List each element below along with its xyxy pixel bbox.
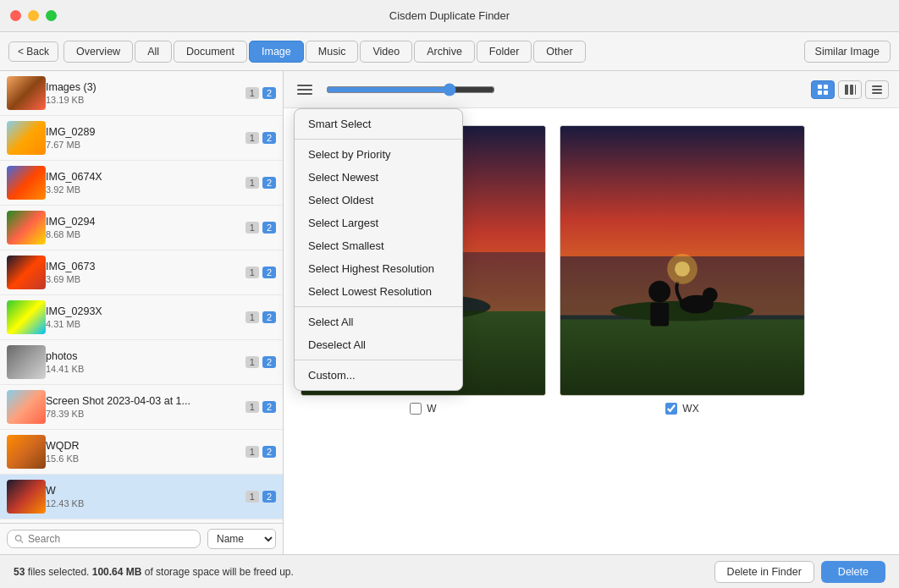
search-icon (14, 534, 24, 544)
svg-rect-10 (872, 89, 882, 91)
close-button[interactable] (10, 10, 21, 21)
sidebar-item-name: IMG_0294 (46, 216, 245, 228)
thumbnail (7, 435, 46, 469)
tab-music[interactable]: Music (306, 41, 359, 63)
tab-folder[interactable]: Folder (477, 41, 532, 63)
list-icon (871, 84, 883, 96)
sidebar-item-info: WQDR 15.6 KB (46, 440, 245, 464)
sidebar-item-counts: 1 2 (245, 356, 276, 368)
back-button[interactable]: < Back (8, 41, 58, 62)
tab-overview[interactable]: Overview (63, 41, 133, 63)
count-badge-2: 2 (262, 267, 276, 278)
image-frame-wx (560, 125, 805, 396)
svg-rect-7 (850, 85, 853, 95)
sidebar-item-counts: 1 2 (245, 491, 276, 503)
menu-item-smart-select[interactable]: Smart Select (295, 113, 462, 135)
count-badge-2: 2 (262, 87, 276, 99)
svg-rect-4 (818, 91, 822, 95)
tab-all[interactable]: All (135, 41, 172, 63)
delete-in-finder-button[interactable]: Delete in Finder (714, 561, 814, 583)
count-badge-1: 1 (245, 132, 259, 144)
svg-rect-23 (560, 316, 804, 395)
tab-video[interactable]: Video (360, 41, 412, 63)
image-name-wx: WX (682, 403, 698, 415)
list-view-button[interactable] (865, 80, 889, 99)
menu-item-select-smallest[interactable]: Select Smallest (295, 234, 462, 257)
menu-item-select-highest-res[interactable]: Select Highest Resolution (295, 257, 462, 280)
sort-select[interactable]: Name (207, 529, 276, 549)
search-box[interactable] (7, 530, 201, 548)
count-badge-2: 2 (262, 446, 276, 458)
grid-view-button[interactable] (811, 80, 835, 99)
list-item[interactable]: IMG_0294 8.68 MB 1 2 (0, 206, 283, 250)
content-toolbar (284, 71, 899, 108)
minimize-button[interactable] (28, 10, 39, 21)
similar-image-button[interactable]: Similar Image (804, 41, 891, 63)
sidebar-item-name: IMG_0674X (46, 171, 245, 183)
tab-archive[interactable]: Archive (414, 41, 475, 63)
column-view-button[interactable] (838, 80, 862, 99)
sidebar-item-counts: 1 2 (245, 87, 276, 99)
sidebar-item-name: IMG_0293X (46, 305, 245, 317)
list-item[interactable]: W 12.43 KB 1 2 (0, 475, 283, 519)
menu-item-select-lowest-res[interactable]: Select Lowest Resolution (295, 280, 462, 303)
toolbar: < Back Overview All Document Image Music… (0, 32, 899, 71)
image-preview-wx (560, 126, 804, 395)
menu-item-select-oldest[interactable]: Select Oldest (295, 189, 462, 212)
image-checkbox-wx[interactable] (665, 403, 677, 415)
svg-rect-8 (855, 85, 856, 95)
image-checkbox-w[interactable] (410, 403, 422, 415)
sidebar-item-counts: 1 2 (245, 222, 276, 234)
thumbnail (7, 121, 46, 155)
svg-point-0 (15, 536, 20, 541)
tab-group: Overview All Document Image Music Video … (63, 41, 586, 63)
menu-item-select-by-priority[interactable]: Select by Priority (295, 143, 462, 166)
list-item[interactable]: IMG_0674X 3.92 MB 1 2 (0, 161, 283, 206)
list-item[interactable]: photos 14.41 KB 1 2 (0, 340, 283, 385)
sidebar-item-info: IMG_0293X 4.31 MB (46, 305, 245, 329)
thumbnail (7, 300, 46, 334)
menu-line-1 (297, 85, 312, 86)
image-name-w: W (427, 403, 436, 415)
menu-item-deselect-all[interactable]: Deselect All (295, 333, 462, 356)
list-item[interactable]: IMG_0289 7.67 MB 1 2 (0, 116, 283, 161)
tab-other[interactable]: Other (533, 41, 585, 63)
sidebar-item-info: IMG_0294 8.68 MB (46, 216, 245, 239)
select-menu-button[interactable] (294, 80, 317, 99)
svg-point-29 (703, 288, 718, 303)
content-area: Smart Select Select by Priority Select N… (284, 71, 899, 554)
count-badge-2: 2 (262, 132, 276, 144)
count-badge-1: 1 (245, 356, 259, 368)
count-badge-2: 2 (262, 177, 276, 189)
svg-point-31 (675, 261, 690, 277)
menu-item-select-newest[interactable]: Select Newest (295, 166, 462, 189)
menu-separator-2 (295, 306, 462, 307)
delete-button[interactable]: Delete (821, 561, 885, 583)
svg-point-26 (648, 281, 670, 303)
tab-document[interactable]: Document (174, 41, 247, 63)
count-badge-2: 2 (262, 311, 276, 323)
menu-line-2 (297, 89, 312, 91)
list-item[interactable]: WQDR 15.6 KB 1 2 (0, 430, 283, 475)
image-card-wx: WX (560, 125, 805, 415)
sidebar-item-size: 13.19 KB (46, 95, 245, 105)
menu-item-custom[interactable]: Custom... (295, 364, 462, 387)
image-card-label-w: W (410, 403, 436, 415)
sidebar-item-size: 8.68 MB (46, 229, 245, 239)
zoom-slider[interactable] (326, 83, 495, 96)
maximize-button[interactable] (46, 10, 57, 21)
window-controls (10, 10, 57, 21)
svg-rect-27 (650, 303, 669, 327)
menu-item-select-all[interactable]: Select All (295, 310, 462, 333)
search-input[interactable] (28, 533, 193, 545)
tab-image[interactable]: Image (249, 41, 304, 63)
list-item[interactable]: Screen Shot 2023-04-03 at 1... 78.39 KB … (0, 385, 283, 430)
thumbnail (7, 76, 46, 110)
list-item[interactable]: IMG_0673 3.69 MB 1 2 (0, 250, 283, 295)
menu-item-select-largest[interactable]: Select Largest (295, 212, 462, 234)
sidebar-item-name: Screen Shot 2023-04-03 at 1... (46, 395, 245, 407)
list-item[interactable]: IMG_0293X 4.31 MB 1 2 (0, 295, 283, 340)
sidebar-item-info: IMG_0289 7.67 MB (46, 126, 245, 150)
list-item[interactable]: Images (3) 13.19 KB 1 2 (0, 71, 283, 116)
sidebar-item-name: WQDR (46, 440, 245, 452)
